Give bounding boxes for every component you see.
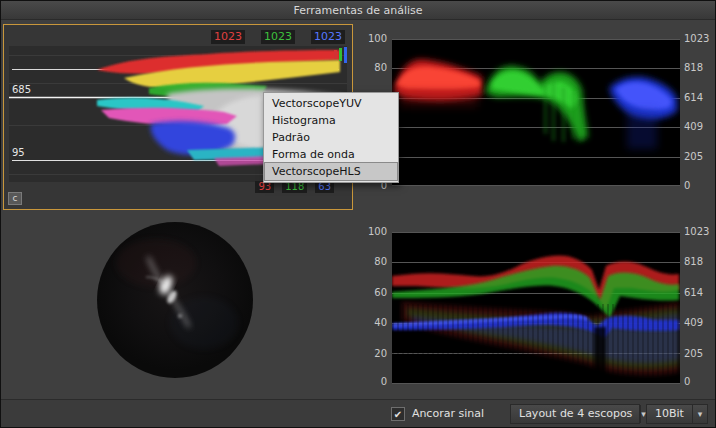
menu-item-histograma[interactable]: Histograma (265, 112, 397, 129)
overlay-right-tick: 205 (684, 348, 714, 360)
rgb-overlay-plot[interactable] (392, 232, 680, 384)
parade-right-tick: 409 (684, 121, 714, 133)
parade-right-tick: 205 (684, 151, 714, 163)
parade-left-tick: 80 (359, 62, 387, 74)
menu-item-padrao[interactable]: Padrão (265, 129, 397, 146)
max-blue-value: 1023 (311, 30, 345, 44)
vectorscope[interactable] (96, 221, 254, 379)
parade-right-tick: 0 (684, 180, 714, 192)
overlay-right-tick: 409 (684, 317, 714, 329)
corner-c-button[interactable]: c (8, 192, 22, 205)
checkbox-check-icon: ✔ (394, 409, 402, 420)
overlay-left-tick: 20 (359, 348, 387, 360)
scope-layout-dropdown[interactable]: Layout de 4 escopos ▾ (510, 404, 640, 424)
overlay-left-tick: 80 (359, 256, 387, 268)
rgb-overlay-scope: 100 80 60 40 20 0 (359, 226, 715, 394)
statusbar: ✔ Ancorar sinal Layout de 4 escopos ▾ 10… (1, 399, 715, 427)
overlay-right-tick: 1023 (684, 226, 714, 238)
overlay-right-tick: 818 (684, 256, 714, 268)
context-menu: VectorscopeYUV Histograma Padrão Forma d… (263, 92, 399, 183)
parade-right-tick: 614 (684, 92, 714, 104)
overlay-left-tick: 40 (359, 317, 387, 329)
bit-depth-dropdown[interactable]: 10Bit ▾ (646, 404, 708, 424)
overlay-left-tick: 100 (359, 226, 387, 238)
anchor-signal-checkbox[interactable]: ✔ (391, 407, 405, 421)
max-red-value: 1023 (211, 30, 245, 44)
titlebar[interactable]: Ferramentas de análise (1, 1, 715, 20)
overlay-right-tick: 614 (684, 287, 714, 299)
max-values-row: 1023 1023 1023 (211, 30, 345, 44)
chevron-down-icon: ▾ (692, 405, 707, 423)
vectorscope-graphic (96, 221, 254, 379)
overlay-right-tick: 0 (684, 376, 714, 388)
menu-item-vectorscope-yuv[interactable]: VectorscopeYUV (265, 95, 397, 112)
max-green-value: 1023 (261, 30, 295, 44)
rgb-parade-scope: 100 80 60 40 20 0 (359, 33, 715, 195)
scope-layout-value: Layout de 4 escopos (511, 407, 640, 420)
menu-item-vectorscope-hls[interactable]: VectorscopeHLS (265, 163, 397, 180)
upper-line-label: 685 (12, 84, 31, 95)
rgb-parade-graphic (392, 39, 680, 186)
anchor-signal-label[interactable]: Ancorar sinal (412, 407, 484, 420)
overlay-left-tick: 0 (359, 376, 387, 388)
window-title: Ferramentas de análise (293, 4, 422, 17)
parade-right-tick: 818 (684, 62, 714, 74)
parade-left-tick: 100 (359, 33, 387, 45)
overlay-left-tick: 60 (359, 287, 387, 299)
rgb-parade-plot[interactable] (392, 39, 680, 186)
lower-line-label: 95 (12, 147, 25, 158)
analysis-tools-window: Ferramentas de análise 1023 1023 1023 68… (0, 0, 716, 428)
parade-right-tick: 1023 (684, 33, 714, 45)
menu-item-forma-de-onda[interactable]: Forma de onda (265, 146, 397, 163)
rgb-overlay-graphic (392, 232, 680, 384)
bit-depth-value: 10Bit (647, 407, 692, 420)
